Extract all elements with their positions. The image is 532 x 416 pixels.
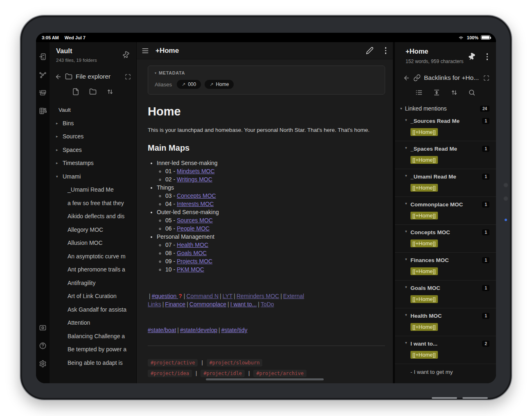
mention-item[interactable]: ▾ Goals MOC 1 [[+Home]] — [395, 280, 496, 308]
tree-file[interactable]: Aikido deflects and dis — [50, 210, 136, 223]
note-link[interactable]: PKM MOC — [177, 266, 204, 273]
mention-item[interactable]: ▾ I want to... 2 [[+Home]] — [395, 336, 496, 364]
tree-file[interactable]: Art of Link Curation — [50, 289, 136, 303]
file-tree: Vault ▸ Bins ▸ Sources ▸ Spaces ▸ — [50, 103, 136, 369]
tree-file[interactable]: Ask Gandalf for assista — [50, 303, 136, 317]
mention-item[interactable]: ▾ _Sources Read Me 1 [[+Home]] — [395, 113, 496, 141]
tree-file[interactable]: Attention — [50, 316, 136, 330]
map-item: 07 - Health MOC — [165, 241, 385, 249]
date: Wed Jul 7 — [65, 35, 86, 40]
mention-item[interactable]: ▾ _Umami Read Me 1 [[+Home]] — [395, 169, 496, 197]
match-highlight[interactable]: [[+Home]] — [410, 212, 438, 219]
tag-link[interactable]: #state/develop — [180, 327, 217, 333]
new-note-icon[interactable] — [72, 88, 79, 95]
mention-item[interactable]: ▾ Commonplace MOC 1 [[+Home]] — [395, 197, 496, 225]
card-stack-icon[interactable] — [39, 89, 47, 97]
note-link[interactable]: Commonplace — [189, 301, 226, 307]
tree-folder-sources[interactable]: ▸ Sources — [50, 130, 136, 143]
note-pane: +Home ▾ METADATA Aliases — [136, 42, 393, 383]
mention-item[interactable]: ▾ Concepts MOC 1 [[+Home]] — [395, 225, 496, 253]
settings-gear-icon[interactable] — [39, 360, 47, 368]
horizontal-scrollbar[interactable] — [206, 378, 324, 380]
screen-capture-icon[interactable] — [39, 324, 47, 332]
list-view-icon[interactable] — [415, 89, 423, 96]
search-icon[interactable] — [468, 89, 476, 96]
note-link[interactable]: Concepts MOC — [177, 192, 216, 199]
mention-item[interactable]: ▾ _Spaces Read Me 1 [[+Home]] — [395, 141, 496, 169]
more-options-icon[interactable] — [385, 47, 387, 54]
map-group: Inner-led Sense-making 01 - Mindsets MOC… — [157, 159, 385, 183]
tree-folder-umami[interactable]: ▾ Umami — [50, 170, 136, 183]
note-title: +Home — [156, 47, 366, 55]
tree-file[interactable]: An asymptotic curve m — [50, 250, 136, 263]
pipe-divider: | — [195, 371, 198, 376]
back-arrow-icon[interactable] — [403, 75, 410, 81]
graph-view-icon[interactable] — [39, 71, 47, 79]
mention-item[interactable]: ▾ Finances MOC 1 [[+Home]] — [395, 253, 496, 280]
chevron-down-icon: ▾ — [405, 341, 407, 345]
note-link[interactable]: Finance — [165, 301, 185, 307]
open-note-icon[interactable] — [39, 53, 47, 61]
tree-root[interactable]: Vault — [50, 103, 136, 117]
chevron-down-icon: ▾ — [405, 146, 407, 150]
mention-match-text[interactable]: - I want to get my — [395, 364, 496, 375]
sort-order-icon[interactable] — [451, 89, 458, 96]
tree-folder-timestamps[interactable]: ▸ Timestamps — [50, 156, 136, 170]
match-highlight[interactable]: [[+Home]] — [410, 267, 438, 275]
tree-file[interactable]: a few so free that they — [50, 197, 136, 210]
tree-folder-spaces[interactable]: ▸ Spaces — [50, 143, 136, 157]
new-folder-icon[interactable] — [89, 88, 97, 95]
note-link[interactable]: LYT — [223, 293, 233, 299]
note-link[interactable]: Goals MOC — [177, 250, 207, 256]
hamburger-menu-icon[interactable] — [141, 47, 149, 55]
match-highlight[interactable]: [[+Home]] — [410, 295, 438, 303]
note-link[interactable]: Command N — [186, 293, 219, 299]
sort-icon[interactable] — [106, 88, 114, 95]
expand-icon[interactable] — [125, 74, 131, 80]
tree-file[interactable]: Being able to adapt is — [50, 356, 136, 370]
expand-icon[interactable] — [483, 75, 489, 81]
tag-link[interactable]: #state/tidy — [221, 327, 248, 333]
match-highlight[interactable]: [[+Home]] — [410, 156, 438, 164]
match-highlight[interactable]: [[+Home]] — [410, 240, 438, 247]
note-link[interactable]: ToDo — [261, 301, 274, 307]
file-explorer-header: File explorer — [50, 73, 136, 80]
note-link[interactable]: Projects MOC — [177, 258, 212, 265]
mention-item[interactable]: ▾ Health MOC 1 [[+Home]] — [395, 308, 496, 336]
match-highlight[interactable]: [[+Home]] — [410, 323, 438, 331]
match-highlight[interactable]: [[+Home]] — [410, 351, 438, 359]
mentions-list: ▾ _Sources Read Me 1 [[+Home]] ▾ _Spaces… — [395, 113, 496, 375]
tree-file[interactable]: Be tempted by power a — [50, 343, 136, 356]
alias-pill[interactable]: ↗ 000 — [177, 80, 201, 89]
chevron-down-icon[interactable]: ▾ — [155, 71, 156, 75]
note-link[interactable]: Reminders MOC — [237, 293, 279, 299]
more-options-icon[interactable] — [487, 53, 488, 60]
edit-pencil-icon[interactable] — [366, 47, 374, 54]
note-link[interactable]: Health MOC — [177, 242, 208, 248]
note-link[interactable]: People MOC — [177, 225, 210, 232]
tree-file[interactable]: Allegory MOC — [50, 223, 136, 237]
tag-question-link[interactable]: #question ? — [152, 293, 183, 299]
random-note-grid-icon[interactable] — [39, 107, 47, 115]
tree-file[interactable]: Balancing Challenge a — [50, 330, 136, 343]
note-link[interactable]: I want to... — [230, 301, 257, 307]
linked-mentions-header[interactable]: ▾ Linked mentions 24 — [395, 105, 496, 112]
maps-list: Inner-led Sense-making 01 - Mindsets MOC… — [148, 159, 385, 274]
tree-folder-bins[interactable]: ▸ Bins — [50, 117, 136, 130]
alias-arrow-icon: ↗ — [210, 82, 213, 87]
note-link[interactable]: Writings MOC — [177, 176, 212, 183]
tag-link[interactable]: #state/boat — [148, 327, 176, 333]
tree-file[interactable]: Allusion MOC — [50, 236, 136, 250]
tree-file[interactable]: Ant pheromone trails a — [50, 263, 136, 276]
collapse-results-icon[interactable] — [433, 89, 440, 96]
match-highlight[interactable]: [[+Home]] — [410, 184, 438, 192]
back-arrow-icon[interactable] — [55, 73, 62, 80]
note-link[interactable]: Mindsets MOC — [177, 168, 215, 174]
note-link[interactable]: Sources MOC — [177, 217, 213, 224]
tree-file[interactable]: _Umami Read Me — [50, 183, 136, 197]
note-link[interactable]: Interests MOC — [177, 201, 214, 207]
match-highlight[interactable]: [[+Home]] — [410, 128, 438, 136]
tree-file[interactable]: Antifragility — [50, 276, 136, 290]
help-icon[interactable] — [39, 342, 47, 350]
alias-pill[interactable]: ↗ Home — [205, 80, 234, 89]
